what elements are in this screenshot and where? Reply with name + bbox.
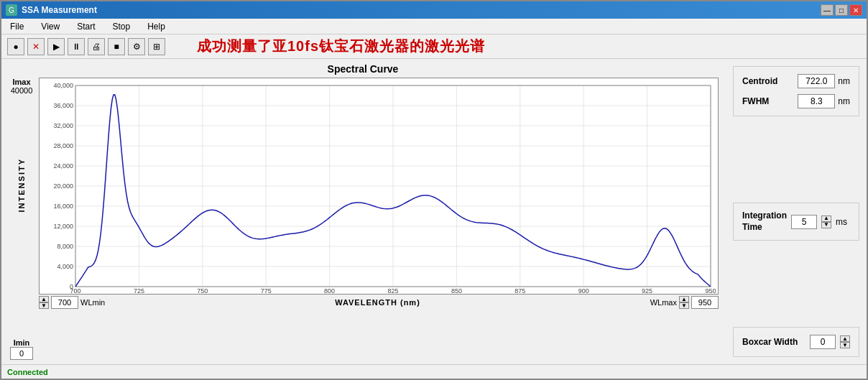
centroid-row: Centroid nm [742, 74, 850, 88]
app-icon: G [6, 4, 17, 16]
wlmax-up[interactable]: ▲ [679, 296, 689, 302]
y-label-area: Imax 40000 INTENSITY Imin [7, 78, 36, 360]
wlmax-area: WLmax ▲ ▼ [650, 296, 719, 309]
wlmin-input[interactable] [51, 296, 78, 309]
right-panel: Centroid nm FWHM nm [724, 59, 867, 364]
centroid-label: Centroid [742, 76, 777, 86]
intensity-label: INTENSITY [17, 158, 26, 212]
pause-button[interactable]: ⏸ [68, 38, 85, 55]
minimize-button[interactable]: — [821, 4, 834, 16]
wl-controls: ▲ ▼ WLmin WAVELENGTH (nm) WLmax ▲ ▼ [39, 295, 719, 310]
wlmax-input[interactable] [691, 296, 719, 309]
imin-input[interactable] [10, 347, 33, 360]
fwhm-row: FWHM nm [742, 94, 850, 108]
toolbar-title: 成功测量了亚10fs钛宝石激光器的激光光谱 [197, 37, 485, 56]
wlmax-spinner[interactable]: ▲ ▼ [679, 296, 689, 309]
close-button[interactable]: ✕ [849, 4, 862, 16]
boxcar-input[interactable] [810, 335, 836, 349]
title-bar: G SSA Measurement — □ ✕ [1, 1, 867, 19]
wlmin-spinner[interactable]: ▲ ▼ [39, 296, 49, 309]
wlmax-down[interactable]: ▼ [679, 302, 689, 309]
print-button[interactable]: 🖨 [88, 38, 105, 55]
window-title: SSA Measurement [22, 5, 97, 15]
centroid-input[interactable] [798, 74, 835, 88]
menu-file[interactable]: File [7, 21, 27, 32]
integration-label: IntegrationTime [742, 210, 787, 233]
integration-spinner[interactable]: ▲ ▼ [821, 216, 831, 228]
chart-title: Spectral Curve [7, 63, 719, 75]
main-window: G SSA Measurement — □ ✕ File View Start … [0, 0, 868, 380]
graph-wrapper: ▲ ▼ WLmin WAVELENGTH (nm) WLmax ▲ ▼ [39, 78, 719, 360]
status-text: Connected [7, 368, 48, 376]
measurement-group: Centroid nm FWHM nm [733, 66, 859, 116]
centroid-unit: nm [838, 76, 850, 86]
square-button[interactable]: ■ [108, 38, 125, 55]
menu-view[interactable]: View [38, 21, 63, 32]
main-content: Spectral Curve Imax 40000 INTENSITY Imin [1, 59, 867, 364]
menu-help[interactable]: Help [144, 21, 168, 32]
boxcar-group: Boxcar Width ▲ ▼ [733, 327, 859, 357]
menu-start[interactable]: Start [74, 21, 98, 32]
menu-bar: File View Start Stop Help [1, 19, 867, 34]
fwhm-input[interactable] [798, 94, 835, 108]
integration-group: IntegrationTime ▲ ▼ ms [733, 203, 859, 241]
boxcar-row: Boxcar Width ▲ ▼ [742, 335, 850, 349]
fwhm-value-area: nm [798, 94, 850, 108]
fwhm-unit: nm [838, 96, 850, 106]
centroid-value-area: nm [798, 74, 850, 88]
wlmin-down[interactable]: ▼ [39, 302, 49, 309]
integration-down[interactable]: ▼ [821, 222, 831, 228]
spectral-canvas [39, 78, 719, 295]
wavelength-label: WAVELENGTH (nm) [335, 298, 420, 307]
chart-area: Spectral Curve Imax 40000 INTENSITY Imin [1, 59, 724, 364]
integration-input[interactable] [791, 215, 817, 229]
grid-button[interactable]: ⊞ [148, 38, 165, 55]
wlmin-label: WLmin [80, 298, 105, 307]
imax-label: Imax [11, 78, 33, 86]
record-button[interactable]: ● [7, 38, 24, 55]
integration-row: IntegrationTime ▲ ▼ ms [742, 210, 850, 233]
toolbar: ● ✕ ▶ ⏸ 🖨 ■ ⚙ ⊞ 成功测量了亚10fs钛宝石激光器的激光光谱 [1, 34, 867, 59]
boxcar-spinner[interactable]: ▲ ▼ [840, 335, 850, 348]
status-bar: Connected [1, 364, 867, 379]
wlmax-label: WLmax [650, 298, 677, 307]
stop-button[interactable]: ✕ [27, 38, 45, 55]
integration-unit: ms [836, 217, 847, 227]
fwhm-label: FWHM [742, 96, 769, 106]
menu-stop[interactable]: Stop [109, 21, 133, 32]
play-button[interactable]: ▶ [47, 38, 65, 55]
maximize-button[interactable]: □ [835, 4, 848, 16]
chart-container: Imax 40000 INTENSITY Imin [7, 78, 719, 360]
boxcar-label: Boxcar Width [742, 337, 805, 347]
imin-label: Imin [10, 338, 33, 347]
boxcar-down[interactable]: ▼ [840, 342, 850, 348]
title-bar-left: G SSA Measurement [6, 4, 97, 16]
imax-value: 40000 [11, 86, 33, 95]
imin-area: Imin [10, 338, 33, 360]
boxcar-up[interactable]: ▲ [840, 335, 850, 342]
wlmin-up[interactable]: ▲ [39, 296, 49, 302]
settings-button[interactable]: ⚙ [128, 38, 145, 55]
title-controls: — □ ✕ [821, 4, 862, 16]
wlmin-area: ▲ ▼ WLmin [39, 296, 105, 309]
